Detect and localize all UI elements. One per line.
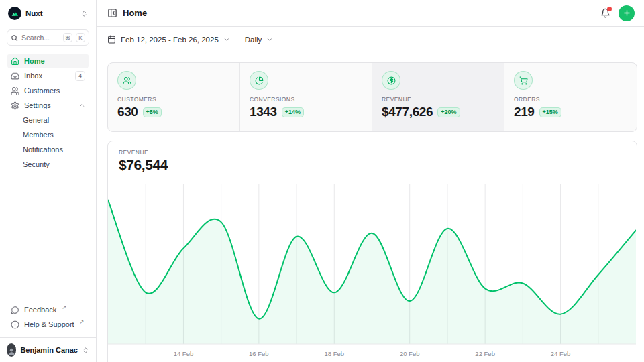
- search-placeholder: Search...: [21, 34, 60, 42]
- page-title: Home: [123, 8, 147, 18]
- delta-badge: +14%: [282, 107, 304, 117]
- sidebar: Nuxt Search... ⌘ K Home: [0, 0, 97, 362]
- help-support-link[interactable]: Help & Support ↗: [7, 317, 89, 332]
- sidebar-item-notifications[interactable]: Notifications: [23, 142, 89, 157]
- feedback-link[interactable]: Feedback ↗: [7, 302, 89, 317]
- dollar-circle-icon: [382, 71, 400, 90]
- notification-dot: [607, 7, 612, 11]
- stat-card-conversions[interactable]: CONVERSIONS 1343 +14%: [240, 63, 372, 131]
- sidebar-item-label: Settings: [24, 101, 51, 109]
- inbox-icon: [11, 72, 19, 80]
- stat-label: CUSTOMERS: [117, 96, 230, 103]
- sidebar-item-inbox[interactable]: Inbox 4: [7, 68, 89, 83]
- svg-text:20 Feb: 20 Feb: [400, 350, 420, 357]
- plus-icon: [623, 9, 631, 17]
- link-label: Help & Support: [24, 320, 74, 328]
- svg-text:24 Feb: 24 Feb: [551, 350, 571, 357]
- sidebar-item-label: Home: [24, 57, 45, 65]
- cart-icon: [514, 71, 533, 90]
- avatar: [7, 343, 16, 357]
- sidebar-item-members[interactable]: Members: [23, 127, 89, 142]
- main-panel: Home Feb 12, 2025 - Feb 26, 2025: [97, 0, 644, 362]
- workspace-switcher[interactable]: Nuxt: [7, 5, 89, 21]
- stat-card-orders[interactable]: ORDERS 219 +15%: [504, 63, 637, 131]
- period-select[interactable]: Daily: [245, 36, 274, 44]
- stat-value: 219: [514, 105, 535, 119]
- external-link-icon: ↗: [62, 304, 66, 310]
- gear-icon: [11, 101, 19, 110]
- date-range-picker[interactable]: Feb 12, 2025 - Feb 26, 2025: [107, 35, 230, 44]
- revenue-area-chart[interactable]: 14 Feb16 Feb18 Feb20 Feb22 Feb24 Feb: [108, 184, 636, 360]
- dashboard-content: CUSTOMERS 630 +8% CONVERSIONS 1343 +14%: [97, 52, 644, 362]
- users-icon: [117, 71, 136, 90]
- users-icon: [11, 86, 19, 95]
- stats-strip: CUSTOMERS 630 +8% CONVERSIONS 1343 +14%: [107, 62, 637, 132]
- external-link-icon: ↗: [80, 319, 85, 325]
- kbd-k: K: [76, 33, 85, 42]
- stat-value: 1343: [250, 105, 277, 119]
- info-circle-icon: [11, 320, 19, 329]
- chevron-up-icon: [78, 102, 85, 109]
- filters-toolbar: Feb 12, 2025 - Feb 26, 2025 Daily: [97, 27, 644, 52]
- delta-badge: +20%: [437, 107, 460, 117]
- date-range-value: Feb 12, 2025 - Feb 26, 2025: [121, 36, 219, 44]
- svg-text:22 Feb: 22 Feb: [475, 350, 495, 357]
- stat-label: CONVERSIONS: [250, 96, 362, 103]
- chevrons-up-down-icon: [82, 347, 89, 354]
- settings-submenu: General Members Notifications Security: [15, 113, 89, 172]
- stat-value: $477,626: [382, 105, 433, 119]
- search-input[interactable]: Search... ⌘ K: [7, 29, 89, 46]
- pie-chart-icon: [250, 71, 268, 90]
- svg-text:18 Feb: 18 Feb: [325, 350, 345, 357]
- chevron-down-icon: [266, 36, 273, 43]
- chart-metric-label: REVENUE: [119, 149, 626, 156]
- stat-card-revenue[interactable]: REVENUE $477,626 +20%: [372, 63, 504, 131]
- period-value: Daily: [245, 36, 262, 44]
- revenue-chart-card: REVENUE $76,544 14 Feb16 Feb18 Feb20 Feb…: [107, 141, 637, 362]
- workspace-name: Nuxt: [25, 9, 43, 17]
- chevron-down-icon: [223, 36, 230, 43]
- sidebar-collapse-icon[interactable]: [107, 8, 117, 18]
- chevrons-up-down-icon: [80, 10, 88, 17]
- nuxt-logo-icon: [8, 7, 21, 20]
- stat-label: ORDERS: [514, 96, 627, 103]
- add-button[interactable]: [619, 5, 635, 21]
- svg-text:14 Feb: 14 Feb: [174, 350, 194, 357]
- svg-text:16 Feb: 16 Feb: [249, 350, 269, 357]
- chat-bubble-icon: [11, 306, 19, 314]
- sidebar-item-label: Customers: [24, 86, 60, 95]
- notifications-button[interactable]: [600, 8, 610, 18]
- delta-badge: +8%: [143, 107, 162, 117]
- search-icon: [11, 34, 18, 42]
- page-header: Home: [97, 0, 644, 27]
- sidebar-item-home[interactable]: Home: [7, 54, 89, 68]
- user-name: Benjamin Canac: [20, 346, 78, 354]
- user-menu[interactable]: Benjamin Canac: [7, 342, 89, 358]
- sidebar-nav: Home Inbox 4 Customers: [7, 54, 89, 172]
- kbd-cmd: ⌘: [63, 33, 72, 42]
- stat-card-customers[interactable]: CUSTOMERS 630 +8%: [108, 63, 240, 131]
- sidebar-item-security[interactable]: Security: [23, 157, 89, 172]
- app-window: Nuxt Search... ⌘ K Home: [0, 0, 644, 362]
- stat-value: 630: [117, 105, 138, 119]
- stat-label: REVENUE: [382, 96, 494, 103]
- link-label: Feedback: [24, 306, 56, 314]
- sidebar-item-customers[interactable]: Customers: [7, 83, 89, 98]
- sidebar-item-settings[interactable]: Settings: [7, 98, 89, 113]
- delta-badge: +15%: [539, 107, 561, 117]
- home-icon: [11, 57, 19, 66]
- sidebar-item-general[interactable]: General: [23, 113, 89, 127]
- inbox-count-badge: 4: [75, 71, 85, 81]
- chart-metric-value: $76,544: [119, 157, 626, 173]
- calendar-icon: [107, 35, 116, 44]
- sidebar-footer-links: Feedback ↗ Help & Support ↗: [7, 302, 89, 337]
- sidebar-item-label: Inbox: [24, 72, 42, 80]
